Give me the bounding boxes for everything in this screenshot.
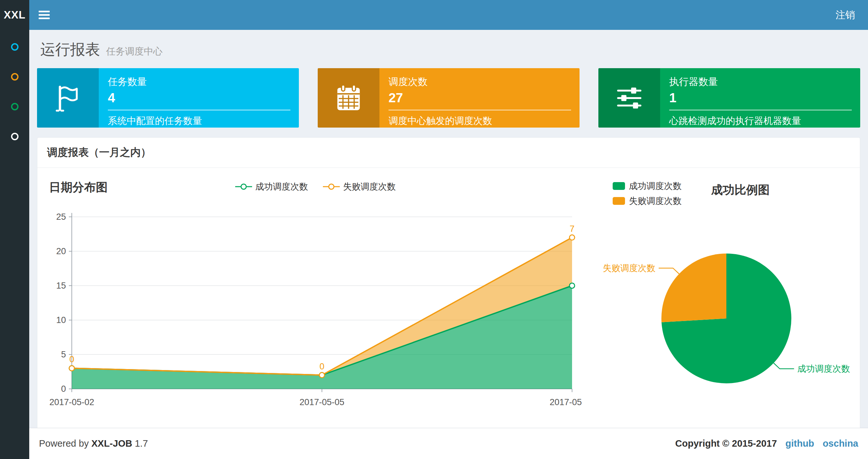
- legend-swatch-icon: [613, 182, 625, 190]
- info-box-value: 1: [669, 91, 852, 105]
- info-box-job-count: 任务数量 4 系统中配置的任务数量: [37, 68, 299, 128]
- legend-label: 成功调度次数: [629, 180, 682, 192]
- copyright-text: Copyright © 2015-2017: [675, 438, 777, 449]
- page-subtitle: 任务调度中心: [106, 46, 162, 57]
- svg-text:10: 10: [56, 315, 66, 325]
- legend-label: 成功调度次数: [255, 181, 308, 193]
- svg-text:25: 25: [56, 212, 66, 222]
- pie-chart-canvas[interactable]: 成功调度次数失败调度次数: [582, 215, 851, 403]
- sliders-icon: [614, 83, 644, 113]
- svg-text:2017-05-08: 2017-05-08: [550, 397, 582, 407]
- sidebar: [0, 30, 29, 459]
- svg-text:0: 0: [69, 355, 74, 364]
- circle-icon: [11, 43, 19, 51]
- line-chart-legend: 成功调度次数失败调度次数: [49, 181, 582, 193]
- product-name: XXL-JOB: [91, 438, 132, 449]
- divider: [389, 110, 571, 110]
- svg-text:失败调度次数: 失败调度次数: [603, 263, 655, 273]
- oschina-link[interactable]: oschina: [823, 438, 858, 449]
- flag-icon: [53, 83, 83, 113]
- info-box-label: 执行器数量: [669, 75, 852, 89]
- line-legend-item[interactable]: 失败调度次数: [323, 181, 396, 193]
- svg-text:0: 0: [61, 384, 66, 394]
- info-box-body: 调度次数 27 调度中心触发的调度次数: [379, 68, 580, 128]
- line-legend-marker-icon: [323, 183, 340, 190]
- calendar-icon: [334, 83, 364, 113]
- sidebar-toggle-button[interactable]: [29, 0, 59, 30]
- info-box-desc: 调度中心触发的调度次数: [389, 114, 571, 128]
- panel-body: 日期分布图 成功调度次数失败调度次数 05101520252017-05-022…: [37, 168, 860, 429]
- svg-text:0: 0: [319, 362, 324, 371]
- line-legend-item[interactable]: 成功调度次数: [235, 181, 308, 193]
- legend-label: 失败调度次数: [629, 195, 682, 207]
- circle-icon: [11, 103, 19, 110]
- info-box-body: 执行器数量 1 心跳检测成功的执行器机器数量: [660, 68, 860, 128]
- info-box-icon-area: [37, 68, 99, 128]
- divider: [669, 110, 852, 110]
- svg-text:5: 5: [61, 350, 66, 359]
- divider: [108, 110, 290, 110]
- panel-title: 调度报表（一月之内）: [37, 138, 860, 168]
- success-ratio-chart: 成功调度次数失败调度次数 成功比例图 成功调度次数失败调度次数: [582, 179, 851, 415]
- app-logo[interactable]: XXL: [0, 0, 29, 30]
- powered-by: Powered by XXL-JOB 1.7: [39, 438, 148, 449]
- svg-text:2017-05-02: 2017-05-02: [50, 397, 94, 407]
- info-box-icon-area: [598, 68, 660, 128]
- line-chart-canvas[interactable]: 05101520252017-05-022017-05-052017-05-08…: [49, 207, 582, 415]
- github-link[interactable]: github: [785, 438, 814, 449]
- sidebar-item-2[interactable]: [0, 62, 29, 92]
- sidebar-item-4[interactable]: [0, 122, 29, 151]
- page-header: 运行报表 任务调度中心: [37, 36, 860, 60]
- info-box-desc: 心跳检测成功的执行器机器数量: [669, 114, 852, 128]
- legend-label: 失败调度次数: [343, 181, 396, 193]
- sidebar-item-1[interactable]: [0, 32, 29, 62]
- svg-text:7: 7: [569, 224, 574, 234]
- circle-icon: [11, 73, 19, 80]
- version-text: 1.7: [135, 438, 148, 449]
- date-distribution-chart: 日期分布图 成功调度次数失败调度次数 05101520252017-05-022…: [49, 179, 582, 415]
- schedule-report-panel: 调度报表（一月之内） 日期分布图 成功调度次数失败调度次数 0510152025…: [37, 137, 860, 429]
- info-box-label: 调度次数: [389, 75, 571, 89]
- summary-boxes: 任务数量 4 系统中配置的任务数量: [37, 68, 860, 128]
- copyright: Copyright © 2015-2017 github oschina: [675, 438, 858, 449]
- footer: Powered by XXL-JOB 1.7 Copyright © 2015-…: [29, 428, 868, 459]
- info-box-executor-count: 执行器数量 1 心跳检测成功的执行器机器数量: [598, 68, 860, 128]
- info-box-value: 4: [108, 91, 290, 105]
- main-content: 运行报表 任务调度中心 任务数量 4 系统中配置的任务数量: [29, 30, 868, 429]
- legend-swatch-icon: [613, 197, 625, 205]
- info-box-body: 任务数量 4 系统中配置的任务数量: [99, 68, 299, 128]
- info-box-label: 任务数量: [108, 75, 290, 89]
- svg-text:2017-05-05: 2017-05-05: [300, 397, 344, 407]
- page-title: 运行报表: [40, 41, 100, 58]
- pie-chart-title: 成功比例图: [711, 182, 770, 198]
- sidebar-item-3[interactable]: [0, 92, 29, 122]
- info-box-trigger-count: 调度次数 27 调度中心触发的调度次数: [318, 68, 580, 128]
- hamburger-icon: [39, 10, 50, 20]
- svg-text:15: 15: [56, 281, 66, 291]
- svg-text:成功调度次数: 成功调度次数: [797, 364, 850, 373]
- svg-text:20: 20: [56, 247, 66, 256]
- top-navbar: XXL 注销: [0, 0, 868, 30]
- logout-link[interactable]: 注销: [823, 0, 868, 30]
- line-legend-marker-icon: [235, 183, 252, 190]
- info-box-icon-area: [318, 68, 379, 128]
- info-box-desc: 系统中配置的任务数量: [108, 114, 290, 128]
- circle-icon: [11, 133, 19, 140]
- info-box-value: 27: [389, 91, 571, 105]
- powered-by-text: Powered by: [39, 438, 89, 449]
